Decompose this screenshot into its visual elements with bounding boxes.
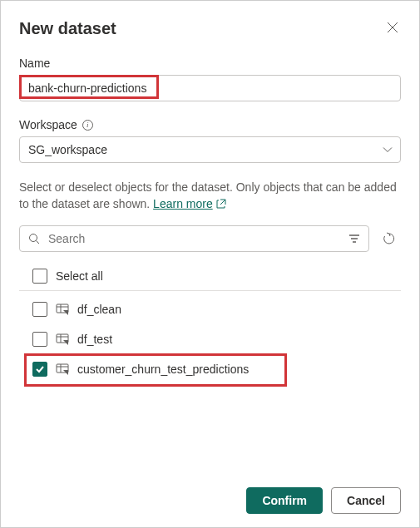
object-row: customer_churn_test_predictions — [19, 354, 401, 384]
select-all-row: Select all — [19, 262, 401, 291]
object-checkbox[interactable] — [32, 302, 47, 317]
dialog-title: New dataset — [19, 19, 116, 38]
dialog-footer: Confirm Cancel — [246, 487, 401, 514]
checkmark-icon — [35, 364, 45, 374]
svg-point-0 — [30, 234, 37, 242]
object-name: df_test — [77, 333, 112, 346]
info-icon[interactable]: i — [82, 120, 93, 131]
object-name: df_clean — [77, 303, 121, 316]
search-row — [19, 225, 401, 252]
select-all-label: Select all — [56, 269, 103, 283]
new-dataset-dialog: New dataset Name Workspace i SG_workspac… — [1, 1, 419, 527]
description-text: Select or deselect objects for the datas… — [19, 180, 401, 212]
external-link-icon — [216, 199, 226, 209]
dialog-header: New dataset — [19, 19, 401, 38]
table-icon — [56, 363, 69, 376]
search-icon — [28, 233, 40, 244]
workspace-select[interactable]: SG_workspace — [19, 136, 401, 163]
object-row: df_clean — [19, 294, 401, 324]
name-field-group: Name — [19, 57, 401, 101]
object-checkbox[interactable] — [32, 362, 47, 377]
learn-more-text: Learn more — [153, 196, 213, 213]
object-list: df_cleandf_testcustomer_churn_test_predi… — [19, 294, 401, 384]
confirm-button[interactable]: Confirm — [246, 487, 323, 514]
workspace-label: Workspace i — [19, 118, 401, 131]
learn-more-link[interactable]: Learn more — [153, 196, 226, 213]
workspace-label-text: Workspace — [19, 118, 77, 131]
refresh-button[interactable] — [378, 227, 401, 250]
filter-icon[interactable] — [348, 233, 360, 244]
object-row: df_test — [19, 324, 401, 354]
cancel-button[interactable]: Cancel — [331, 487, 401, 514]
object-name: customer_churn_test_predictions — [77, 363, 249, 376]
table-icon — [56, 303, 69, 316]
close-icon — [387, 22, 398, 33]
workspace-field-group: Workspace i SG_workspace — [19, 118, 401, 163]
object-checkbox[interactable] — [32, 332, 47, 347]
name-input[interactable] — [19, 75, 401, 101]
name-label: Name — [19, 57, 401, 70]
search-input[interactable] — [20, 227, 368, 250]
select-all-checkbox[interactable] — [32, 269, 47, 284]
search-box — [19, 225, 369, 252]
table-icon — [56, 333, 69, 346]
refresh-icon — [383, 232, 396, 245]
workspace-selected-value: SG_workspace — [28, 143, 107, 156]
close-button[interactable] — [384, 19, 401, 36]
